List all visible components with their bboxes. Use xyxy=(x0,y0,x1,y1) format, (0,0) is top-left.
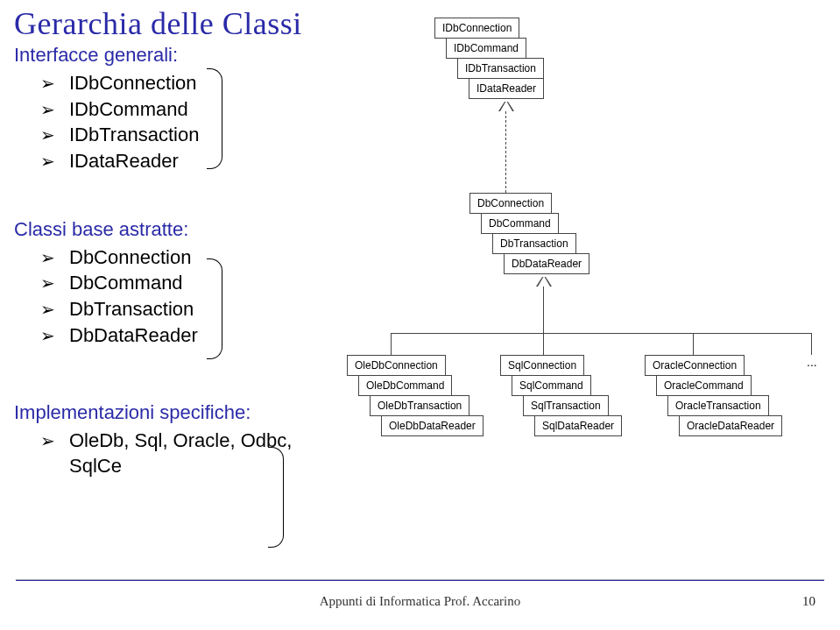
bullet-arrow-icon: ➢ xyxy=(40,72,55,96)
uml-class-box: DbConnection xyxy=(469,193,552,214)
section-implementations: Implementazioni specifiche: ➢OleDb, Sql,… xyxy=(14,401,303,479)
list-item: ➢DbConnection xyxy=(40,244,303,271)
uml-class-box: DbCommand xyxy=(481,213,559,234)
section-heading-implementations: Implementazioni specifiche: xyxy=(14,401,303,424)
uml-class-box: SqlConnection xyxy=(500,355,584,376)
uml-solid-line xyxy=(543,287,544,333)
uml-class-box: OleDbDataReader xyxy=(381,415,484,436)
list-item: ➢IDbCommand xyxy=(40,96,303,123)
uml-class-box: OleDbCommand xyxy=(358,375,452,396)
uml-class-box: DbTransaction xyxy=(492,233,576,254)
list-item: ➢DbDataReader xyxy=(40,322,303,349)
uml-class-box: SqlTransaction xyxy=(523,395,609,416)
uml-class-box: IDataReader xyxy=(469,78,544,99)
list-item: ➢DbTransaction xyxy=(40,296,303,322)
uml-solid-line xyxy=(811,333,812,355)
brace-icon xyxy=(207,258,222,359)
left-column: Interfacce generali: ➢IDbConnection ➢IDb… xyxy=(14,44,303,514)
list-item-label: IDataReader xyxy=(69,148,179,174)
ellipsis-icon: ... xyxy=(807,355,817,369)
uml-class-box: OracleDataReader xyxy=(679,415,782,436)
list-item: ➢IDbConnection xyxy=(40,70,303,96)
uml-class-box: DbDataReader xyxy=(504,253,589,274)
uml-class-box: OracleCommand xyxy=(656,375,752,396)
content-area: Interfacce generali: ➢IDbConnection ➢IDb… xyxy=(14,44,820,570)
footer-text: Appunti di Informatica Prof. Accarino xyxy=(0,594,840,609)
uml-solid-line xyxy=(543,333,544,355)
list-item-label: DbCommand xyxy=(69,270,183,296)
uml-class-box: OracleConnection xyxy=(645,355,745,376)
brace-icon xyxy=(207,68,222,169)
list-item-label: DbConnection xyxy=(69,244,191,271)
brace-icon xyxy=(268,447,284,548)
list-item-label: IDbTransaction xyxy=(69,122,199,148)
uml-class-box: IDbConnection xyxy=(434,18,519,39)
list-item-label: DbDataReader xyxy=(69,322,198,349)
uml-class-box: OleDbTransaction xyxy=(370,395,469,416)
list-item-label: IDbCommand xyxy=(69,96,188,123)
realization-arrow-icon xyxy=(500,101,512,111)
bullet-arrow-icon: ➢ xyxy=(40,272,55,295)
generalization-arrow-icon xyxy=(538,276,550,287)
uml-class-box: IDbCommand xyxy=(446,38,526,59)
list-item-label: IDbConnection xyxy=(69,70,197,96)
page-number: 10 xyxy=(802,594,815,609)
uml-diagram: IDbConnection IDbCommand IDbTransaction … xyxy=(382,9,837,570)
section-interfaces: Interfacce generali: ➢IDbConnection ➢IDb… xyxy=(14,44,303,174)
uml-class-box: OracleTransaction xyxy=(667,395,769,416)
bullet-arrow-icon: ➢ xyxy=(40,298,55,322)
section-heading-abstracts: Classi base astratte: xyxy=(14,218,303,241)
bullet-arrow-icon: ➢ xyxy=(40,98,55,122)
uml-class-box: SqlDataReader xyxy=(534,415,622,436)
bullet-arrow-icon: ➢ xyxy=(40,124,55,147)
uml-class-box: IDbTransaction xyxy=(457,58,544,79)
section-abstracts: Classi base astratte: ➢DbConnection ➢DbC… xyxy=(14,218,303,349)
list-item: ➢IDbTransaction xyxy=(40,122,303,148)
uml-class-box: SqlCommand xyxy=(512,375,591,396)
bullet-arrow-icon: ➢ xyxy=(40,324,55,348)
uml-solid-line xyxy=(391,333,392,355)
list-item: ➢IDataReader xyxy=(40,148,303,174)
uml-dashed-line xyxy=(505,111,506,193)
bullet-arrow-icon: ➢ xyxy=(40,429,55,453)
bullet-arrow-icon: ➢ xyxy=(40,246,55,270)
uml-class-box: OleDbConnection xyxy=(347,355,446,376)
bullet-arrow-icon: ➢ xyxy=(40,150,55,173)
list-item: ➢DbCommand xyxy=(40,270,303,296)
footer-rule xyxy=(16,579,824,581)
section-heading-interfaces: Interfacce generali: xyxy=(14,44,303,67)
uml-solid-line xyxy=(391,333,811,334)
list-item-label: DbTransaction xyxy=(69,296,194,322)
list-item: ➢OleDb, Sql, Oracle, Odbc, SqlCe xyxy=(40,428,303,479)
uml-solid-line xyxy=(693,333,694,355)
